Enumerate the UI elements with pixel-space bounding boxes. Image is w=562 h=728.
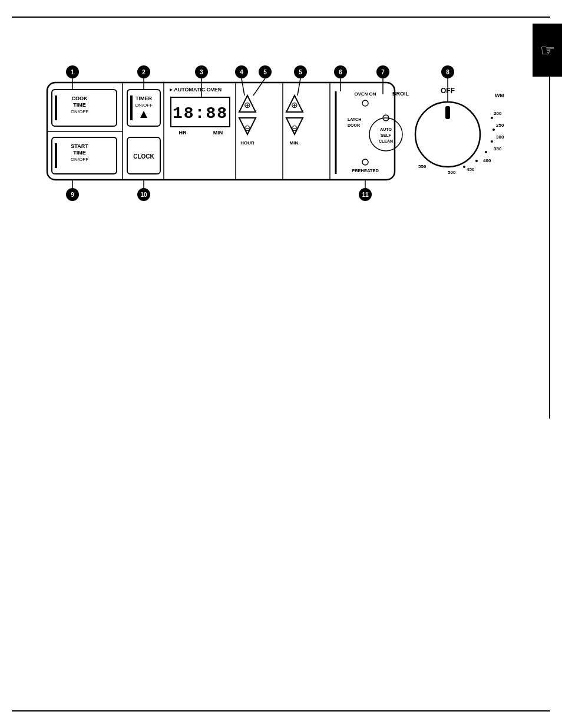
- svg-text:WM: WM: [495, 93, 504, 98]
- svg-text:COOK: COOK: [72, 95, 88, 101]
- svg-text:⊖: ⊖: [291, 123, 298, 133]
- svg-text:TIME: TIME: [73, 150, 86, 156]
- svg-text:6: 6: [339, 69, 342, 75]
- svg-text:550: 550: [418, 164, 427, 169]
- svg-text:8: 8: [446, 69, 449, 75]
- svg-text:9: 9: [71, 192, 74, 198]
- svg-text:MIN: MIN: [213, 130, 223, 136]
- svg-text:OVEN ON: OVEN ON: [355, 91, 376, 97]
- svg-text:7: 7: [381, 69, 385, 75]
- svg-text:PREHEATED: PREHEATED: [352, 168, 379, 173]
- top-border: [12, 17, 550, 18]
- svg-text:400: 400: [483, 158, 491, 163]
- svg-text:ON/OFF: ON/OFF: [71, 109, 88, 114]
- svg-text:SELF: SELF: [381, 133, 392, 137]
- svg-text:4: 4: [240, 69, 243, 75]
- svg-text:HOUR: HOUR: [240, 140, 254, 146]
- right-line: [549, 77, 550, 419]
- bottom-border: [12, 710, 550, 711]
- svg-text:HR: HR: [179, 130, 187, 136]
- svg-text:AUTO: AUTO: [380, 127, 392, 131]
- svg-point-64: [491, 117, 493, 119]
- svg-text:CLOCK: CLOCK: [133, 153, 154, 160]
- svg-text:11: 11: [362, 192, 369, 198]
- svg-text:CLEAN: CLEAN: [379, 139, 393, 143]
- svg-rect-55: [445, 106, 450, 119]
- svg-text:1: 1: [71, 69, 74, 75]
- svg-text:250: 250: [496, 123, 504, 128]
- svg-text:START: START: [71, 143, 88, 149]
- svg-text:LATCH: LATCH: [348, 117, 361, 121]
- svg-point-68: [475, 160, 478, 162]
- svg-text:350: 350: [494, 146, 502, 151]
- svg-text:5: 5: [263, 69, 267, 75]
- right-tab: ☞: [533, 24, 562, 77]
- svg-point-66: [491, 140, 493, 143]
- svg-text:⊖: ⊖: [244, 123, 251, 133]
- svg-text:18:88: 18:88: [173, 104, 228, 123]
- svg-text:⊕: ⊕: [244, 100, 251, 110]
- svg-text:BROIL: BROIL: [392, 91, 409, 97]
- svg-text:500: 500: [448, 170, 456, 175]
- svg-text:450: 450: [467, 167, 475, 172]
- hand-icon: ☞: [540, 41, 555, 60]
- svg-rect-8: [55, 95, 57, 120]
- svg-text:⊕: ⊕: [291, 100, 298, 110]
- svg-text:5: 5: [299, 69, 302, 75]
- svg-rect-13: [55, 143, 57, 168]
- svg-point-67: [485, 151, 487, 153]
- svg-rect-18: [130, 95, 133, 120]
- svg-text:TIMER: TIMER: [135, 95, 152, 101]
- svg-point-65: [492, 129, 495, 131]
- svg-text:DOOR: DOOR: [348, 123, 360, 127]
- svg-text:ON/OFF: ON/OFF: [135, 103, 153, 108]
- svg-text:TIME: TIME: [73, 102, 86, 108]
- svg-text:300: 300: [496, 134, 504, 140]
- svg-text:2: 2: [142, 69, 146, 75]
- svg-text:200: 200: [494, 111, 502, 116]
- svg-text:▸ AUTOMATIC OVEN: ▸ AUTOMATIC OVEN: [170, 87, 222, 93]
- svg-text:10: 10: [140, 192, 147, 198]
- svg-text:ON/OFF: ON/OFF: [71, 157, 88, 162]
- svg-text:MIN.: MIN.: [290, 140, 300, 146]
- svg-text:3: 3: [200, 69, 203, 75]
- control-panel-diagram: COOK TIME ON/OFF START TIME ON/OFF TIMER…: [35, 59, 524, 236]
- svg-point-69: [463, 166, 465, 168]
